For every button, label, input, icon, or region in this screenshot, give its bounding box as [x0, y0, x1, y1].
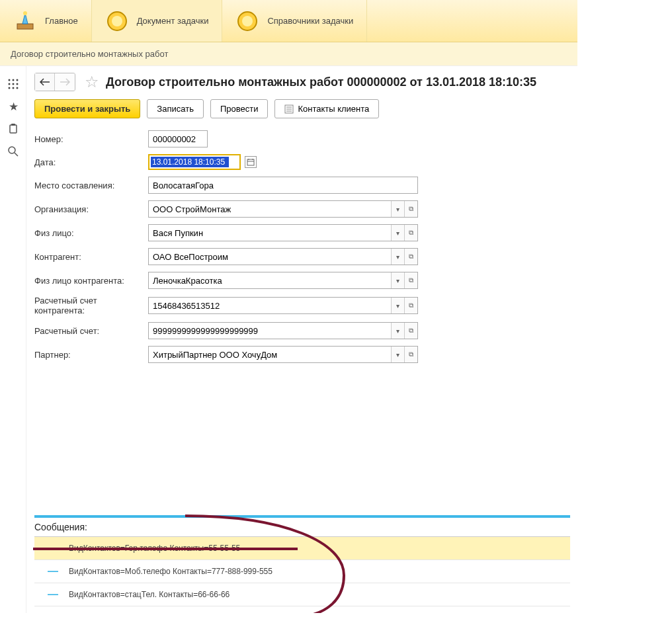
messages-header: Сообщения: — [34, 518, 570, 537]
grid-icon[interactable] — [0, 73, 26, 95]
open-ref-icon[interactable]: ⧉ — [404, 272, 417, 288]
contacts-icon — [284, 104, 294, 114]
org-text[interactable] — [149, 201, 391, 217]
calendar-icon[interactable] — [245, 156, 257, 168]
message-row[interactable]: — ВидКонтактов=Гор.телефо Контакты=55-55… — [34, 537, 570, 560]
toolbar: Провести и закрыть Записать Провести Кон… — [34, 99, 664, 118]
cp-account-label: Расчетный счет контрагента: — [34, 296, 148, 315]
date-label: Дата: — [34, 157, 148, 167]
breadcrumb: Договор строительно монтажных работ — [0, 42, 577, 66]
counterparty-label: Контрагент: — [34, 252, 148, 262]
org-input[interactable]: ▾ ⧉ — [148, 200, 418, 218]
svg-point-17 — [9, 147, 15, 153]
open-ref-icon[interactable]: ⧉ — [404, 298, 417, 313]
message-text: ВидКонтактов=стацТел. Контакты=66-66-66 — [69, 590, 230, 599]
person-label: Физ лицо: — [34, 228, 148, 238]
dropdown-icon[interactable]: ▾ — [391, 249, 404, 265]
nav-tab-label: Документ задачки — [137, 16, 209, 26]
message-text: ВидКонтактов=Гор.телефо Контакты=55-55-5… — [69, 544, 240, 553]
cp-person-input[interactable]: ▾ ⧉ — [148, 272, 418, 289]
message-row[interactable]: — ВидКонтактов=Моб.телефо Контакты=777-8… — [34, 560, 570, 583]
post-and-close-button[interactable]: Провести и закрыть — [34, 99, 140, 118]
date-input-wrap: 13.01.2018 18:10:35 — [148, 154, 241, 170]
clipboard-icon[interactable] — [0, 118, 26, 140]
write-button[interactable]: Записать — [147, 99, 204, 118]
post-button[interactable]: Провести — [210, 99, 269, 118]
account-text[interactable] — [149, 323, 391, 339]
dropdown-icon[interactable]: ▾ — [391, 323, 404, 339]
left-rail: ★ — [0, 66, 26, 613]
counterparty-text[interactable] — [149, 249, 391, 265]
contacts-button[interactable]: Контакты клиента — [274, 99, 379, 118]
nav-tab-label: Справочники задачки — [267, 16, 353, 26]
cp-person-label: Физ лицо контрагента: — [34, 276, 148, 286]
dash-icon: — — [48, 589, 58, 600]
open-ref-icon[interactable]: ⧉ — [404, 225, 417, 241]
account-input[interactable]: ▾ ⧉ — [148, 322, 418, 339]
svg-line-18 — [15, 153, 18, 156]
svg-rect-15 — [10, 125, 17, 133]
cp-account-input[interactable]: ▾ ⧉ — [148, 297, 418, 314]
coin-icon — [105, 9, 129, 33]
number-label: Номер: — [34, 134, 148, 144]
contacts-button-label: Контакты клиента — [298, 104, 369, 114]
coin-icon — [235, 9, 259, 33]
svg-point-12 — [9, 87, 11, 89]
partner-input[interactable]: ▾ ⧉ — [148, 346, 418, 363]
svg-point-14 — [17, 87, 19, 89]
nav-tab-label: Главное — [45, 16, 78, 26]
nav-tab-main[interactable]: Главное — [0, 0, 92, 42]
dropdown-icon[interactable]: ▾ — [391, 347, 404, 362]
dash-icon: — — [48, 542, 58, 554]
svg-point-5 — [242, 16, 253, 26]
dropdown-icon[interactable]: ▾ — [391, 272, 404, 288]
svg-point-11 — [17, 83, 19, 85]
place-label: Место составления: — [34, 181, 148, 190]
svg-point-8 — [17, 79, 19, 81]
page-title: Договор строительно монтажных работ 0000… — [106, 75, 536, 89]
svg-point-13 — [13, 87, 15, 89]
open-ref-icon[interactable]: ⧉ — [404, 249, 417, 265]
date-input[interactable]: 13.01.2018 18:10:35 — [151, 157, 229, 167]
svg-point-10 — [13, 83, 15, 85]
main-content: ☆ Договор строительно монтажных работ 00… — [26, 66, 672, 613]
open-ref-icon[interactable]: ⧉ — [404, 323, 417, 339]
nav-tab-document[interactable]: Документ задачки — [92, 0, 223, 42]
dropdown-icon[interactable]: ▾ — [391, 225, 404, 241]
partner-text[interactable] — [149, 347, 391, 362]
desk-icon — [13, 9, 37, 33]
star-icon[interactable]: ★ — [0, 95, 26, 118]
svg-rect-23 — [247, 159, 254, 165]
number-input[interactable] — [148, 130, 208, 147]
svg-point-6 — [9, 79, 11, 81]
account-label: Расчетный счет: — [34, 326, 148, 336]
search-icon[interactable] — [0, 140, 26, 163]
org-label: Организация: — [34, 204, 148, 214]
top-nav: Главное Документ задачки Справочники зад… — [0, 0, 577, 42]
counterparty-input[interactable]: ▾ ⧉ — [148, 248, 418, 265]
message-text: ВидКонтактов=Моб.телефо Контакты=777-888… — [69, 567, 273, 576]
forward-button[interactable] — [55, 73, 75, 91]
dropdown-icon[interactable]: ▾ — [391, 298, 404, 313]
open-ref-icon[interactable]: ⧉ — [404, 347, 417, 362]
cp-account-text[interactable] — [149, 298, 391, 313]
partner-label: Партнер: — [34, 350, 148, 360]
open-ref-icon[interactable]: ⧉ — [404, 201, 417, 217]
message-row[interactable]: — ВидКонтактов=стацТел. Контакты=66-66-6… — [34, 583, 570, 606]
place-input[interactable] — [148, 177, 418, 194]
person-input[interactable]: ▾ ⧉ — [148, 224, 418, 241]
nav-tab-references[interactable]: Справочники задачки — [222, 0, 367, 42]
cp-person-text[interactable] — [149, 272, 391, 288]
dropdown-icon[interactable]: ▾ — [391, 201, 404, 217]
person-text[interactable] — [149, 225, 391, 241]
svg-point-7 — [13, 79, 15, 81]
svg-rect-16 — [11, 124, 15, 126]
svg-point-1 — [23, 11, 27, 15]
history-nav — [34, 73, 75, 91]
svg-point-9 — [9, 83, 11, 85]
svg-rect-0 — [17, 24, 33, 29]
favorite-star-icon[interactable]: ☆ — [85, 73, 99, 91]
dash-icon: — — [48, 565, 58, 577]
back-button[interactable] — [35, 73, 55, 91]
svg-point-3 — [112, 16, 122, 26]
